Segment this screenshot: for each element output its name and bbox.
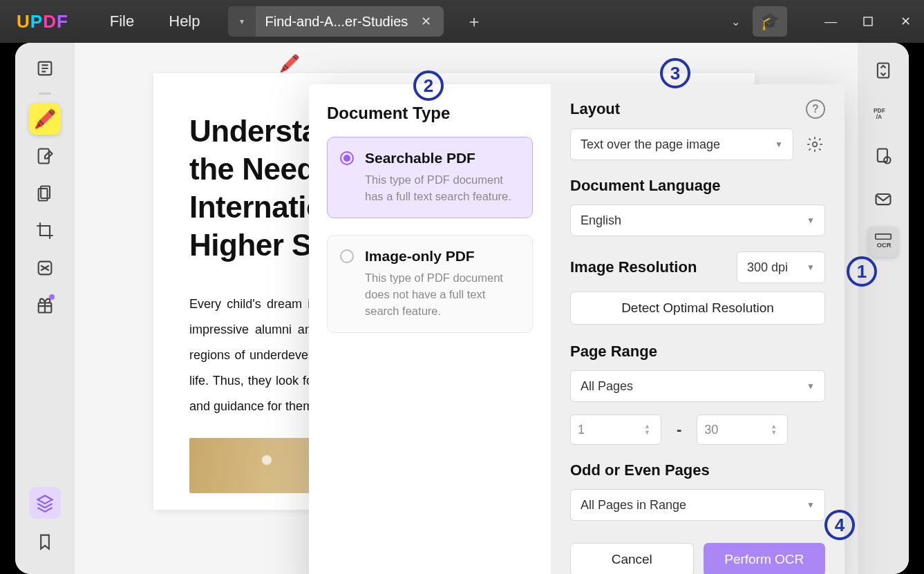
account-avatar-button[interactable]: 🎓 [753, 6, 787, 37]
menu-file[interactable]: File [110, 12, 134, 30]
svg-rect-10 [878, 149, 887, 162]
window-minimize-button[interactable]: — [812, 0, 849, 43]
titlebar-dropdown[interactable]: ⌄ [731, 15, 740, 28]
titlebar-right: ⌄ 🎓 — ✕ [731, 0, 924, 43]
resolution-select[interactable]: 300 dpi ▼ [737, 251, 825, 283]
layout-settings-button[interactable] [804, 134, 825, 155]
resolution-select-value: 300 dpi [747, 260, 788, 275]
language-title: Document Language [570, 177, 825, 195]
layout-select[interactable]: Text over the page image ▼ [570, 128, 793, 160]
callout-3: 3 [660, 58, 690, 88]
edit-tool-icon[interactable] [29, 140, 61, 172]
option-title: Image-only PDF [365, 248, 520, 265]
svg-rect-13 [876, 234, 891, 239]
left-toolbar: 🖍️ [15, 43, 75, 574]
page-range-title: Page Range [570, 343, 825, 361]
svg-rect-2 [39, 149, 49, 164]
page-from-value: 1 [578, 423, 585, 437]
page-to-input[interactable]: 30 ▲▼ [697, 414, 788, 445]
page-to-value: 30 [704, 423, 718, 437]
protect-icon[interactable] [868, 141, 898, 171]
option-searchable-pdf[interactable]: Searchable PDF This type of PDF document… [327, 137, 533, 218]
chevron-down-icon: ▼ [807, 381, 815, 391]
bookmark-icon[interactable] [29, 526, 61, 557]
detect-resolution-button[interactable]: Detect Optimal Resolution [570, 291, 825, 325]
chevron-down-icon: ▼ [807, 500, 815, 510]
tab-history-button[interactable]: ▾ [228, 6, 256, 37]
pdfa-icon[interactable]: PDF/A [868, 98, 898, 128]
callout-4: 4 [824, 510, 855, 540]
title-bar: UPDF File Help ▾ Find-and-A...er-Studies… [0, 0, 924, 43]
layers-icon[interactable] [29, 487, 61, 519]
page-range-select[interactable]: All Pages ▼ [570, 370, 825, 402]
pages-tool-icon[interactable] [29, 178, 61, 209]
callout-1: 1 [847, 256, 877, 287]
svg-text:OCR: OCR [877, 242, 892, 249]
document-tab[interactable]: Find-and-A...er-Studies ✕ [256, 6, 444, 37]
tab-title: Find-and-A...er-Studies [265, 14, 408, 30]
chevron-down-icon: ▼ [775, 140, 783, 149]
language-select-value: English [581, 213, 621, 228]
window-close-button[interactable]: ✕ [887, 0, 924, 43]
svg-rect-0 [864, 17, 872, 26]
ocr-panel: Document Type Searchable PDF This type o… [309, 84, 845, 574]
redact-tool-icon[interactable] [29, 252, 61, 284]
app-frame: 🖍️ PDF/A OCR 🖍️ Understanding the Need f… [15, 43, 909, 574]
menu-help[interactable]: Help [169, 12, 200, 30]
callout-2: 2 [413, 70, 444, 101]
radio-icon [340, 249, 354, 263]
crop-tool-icon[interactable] [29, 215, 61, 247]
option-title: Searchable PDF [365, 150, 520, 166]
option-image-only-pdf[interactable]: Image-only PDF This type of PDF document… [327, 235, 533, 333]
tab-group: ▾ Find-and-A...er-Studies ✕ ＋ [228, 0, 487, 43]
page-range-value: All Pages [581, 379, 633, 394]
resolution-title: Image Resolution [570, 258, 697, 276]
range-dash: - [677, 421, 681, 439]
new-tab-button[interactable]: ＋ [462, 10, 487, 32]
ocr-panel-right: Layout ? Text over the page image ▼ Docu… [551, 84, 845, 574]
radio-icon [340, 151, 354, 165]
ocr-icon[interactable]: OCR [868, 227, 898, 257]
tab-close-button[interactable]: ✕ [417, 14, 434, 29]
convert-icon[interactable] [868, 55, 898, 86]
stepper-icon[interactable]: ▲▼ [644, 418, 657, 441]
stepper-icon[interactable]: ▲▼ [771, 418, 783, 441]
layout-select-value: Text over the page image [581, 137, 720, 152]
svg-rect-12 [876, 194, 891, 204]
layout-title: Layout [570, 100, 620, 118]
highlighter-tool-icon[interactable]: 🖍️ [29, 103, 61, 135]
chevron-down-icon: ▼ [807, 262, 815, 272]
odd-even-title: Odd or Even Pages [570, 461, 825, 479]
odd-even-value: All Pages in Range [581, 498, 686, 513]
odd-even-select[interactable]: All Pages in Range ▼ [570, 489, 825, 521]
cancel-button[interactable]: Cancel [570, 543, 694, 574]
svg-text:/A: /A [876, 113, 882, 120]
svg-point-15 [813, 142, 818, 147]
mail-icon[interactable] [868, 184, 898, 214]
page-from-input[interactable]: 1 ▲▼ [570, 414, 661, 445]
ocr-panel-left: Document Type Searchable PDF This type o… [309, 84, 551, 574]
gift-icon[interactable] [29, 289, 61, 321]
perform-ocr-button[interactable]: Perform OCR [704, 543, 826, 574]
document-marker-icon: 🖍️ [279, 54, 300, 73]
app-logo: UPDF [17, 11, 68, 32]
reader-mode-icon[interactable] [29, 52, 61, 84]
help-icon[interactable]: ? [806, 99, 825, 119]
language-select[interactable]: English ▼ [570, 204, 825, 236]
document-type-title: Document Type [327, 104, 533, 123]
option-description: This type of PDF document does not have … [365, 270, 520, 320]
option-description: This type of PDF document has a full tex… [365, 172, 520, 205]
chevron-down-icon: ▼ [807, 216, 815, 225]
workspace: 🖍️ PDF/A OCR 🖍️ Understanding the Need f… [0, 43, 924, 574]
window-maximize-button[interactable] [849, 0, 887, 43]
right-toolbar: PDF/A OCR [858, 43, 909, 574]
toolbar-separator [39, 93, 51, 95]
